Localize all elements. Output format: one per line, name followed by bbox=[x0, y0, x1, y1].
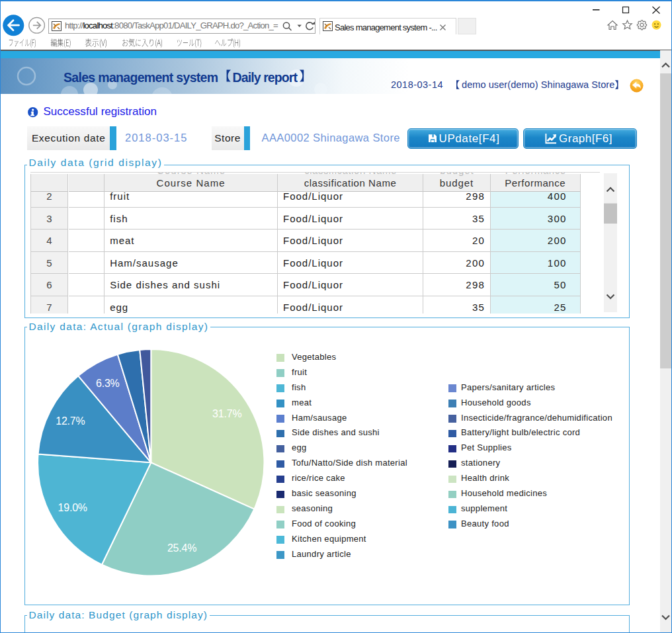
svg-text:25.4%: 25.4% bbox=[167, 542, 196, 554]
svg-text:19.0%: 19.0% bbox=[58, 502, 87, 513]
svg-text:6.3%: 6.3% bbox=[96, 378, 120, 389]
svg-text:31.7%: 31.7% bbox=[212, 408, 241, 419]
svg-text:12.7%: 12.7% bbox=[56, 415, 85, 427]
